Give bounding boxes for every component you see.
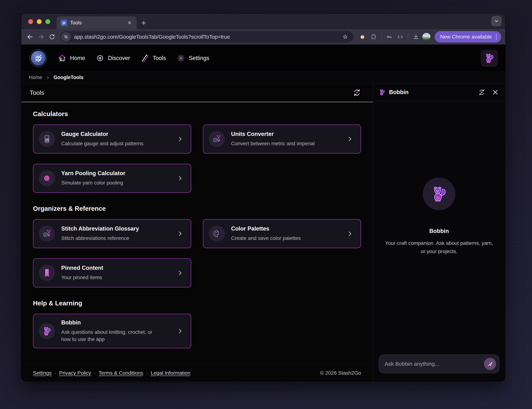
content-area: Tools Calculators bbox=[21, 84, 505, 381]
card-gauge-calculator[interactable]: Gauge Calculator Calculate gauge and adj… bbox=[33, 125, 191, 154]
nav-item-tools[interactable]: Tools bbox=[141, 54, 166, 62]
card-title: Yarn Pooling Calculator bbox=[61, 170, 170, 177]
zoom-window-button[interactable] bbox=[46, 19, 50, 24]
chevron-right-icon bbox=[176, 327, 184, 335]
card-subtitle: Create and save color palettes bbox=[231, 235, 340, 242]
bobbin-mascot-button[interactable] bbox=[481, 49, 498, 67]
nav-item-discover[interactable]: Discover bbox=[96, 54, 130, 62]
card-color-palettes[interactable]: Color Palettes Create and save color pal… bbox=[203, 219, 361, 248]
page-title: Tools bbox=[30, 89, 44, 96]
bobbin-about-text: Your craft companion. Ask about patterns… bbox=[384, 239, 494, 256]
browser-tab-tools[interactable]: Tools bbox=[56, 16, 137, 29]
gear-icon bbox=[177, 54, 185, 62]
extensions-puzzle-icon[interactable] bbox=[369, 32, 378, 42]
back-button[interactable] bbox=[25, 32, 35, 42]
card-yarn-pooling-calculator[interactable]: Yarn Pooling Calculator Simulate yarn co… bbox=[33, 164, 191, 193]
chevron-right-icon bbox=[346, 230, 354, 237]
toolbar-separator bbox=[408, 33, 408, 40]
card-pinned-content[interactable]: Pinned Content Your pinned items bbox=[33, 258, 191, 288]
measuring-tools-icon bbox=[209, 131, 225, 147]
bobbin-about-title: Bobbin bbox=[429, 228, 449, 234]
card-text: Bobbin Ask questions about knitting, cro… bbox=[61, 319, 170, 343]
card-text: Pinned Content Your pinned items bbox=[61, 265, 170, 281]
ask-bobbin-input[interactable]: Ask Bobbin anything... bbox=[378, 354, 500, 374]
chevron-right-icon bbox=[176, 269, 184, 277]
card-bobbin[interactable]: Bobbin Ask questions about knitting, cro… bbox=[33, 314, 191, 348]
card-subtitle: Stitch abbreviations reference bbox=[61, 235, 170, 242]
nav-label-discover: Discover bbox=[108, 55, 130, 61]
nav-item-settings[interactable]: Settings bbox=[177, 54, 209, 62]
ask-input-placeholder: Ask Bobbin anything... bbox=[385, 361, 484, 367]
downloads-icon[interactable] bbox=[411, 32, 421, 42]
url-bar[interactable]: app.stash2go.com/GoogleToolsTab/GoogleTo… bbox=[60, 31, 354, 43]
app-content: Home Discover bbox=[21, 45, 505, 381]
bobbin-avatar bbox=[423, 177, 455, 210]
refresh-icon[interactable] bbox=[352, 87, 362, 98]
tools-panel-header: Tools bbox=[21, 84, 373, 102]
measuring-tools-icon bbox=[39, 226, 55, 242]
card-subtitle: Ask questions about knitting, crochet, o… bbox=[61, 328, 160, 343]
send-button[interactable] bbox=[484, 358, 496, 370]
chevron-right-icon bbox=[176, 175, 184, 182]
footer-separator: · bbox=[94, 370, 96, 376]
url-text: app.stash2go.com/GoogleToolsTab/GoogleTo… bbox=[74, 34, 337, 40]
footer-link-privacy-policy[interactable]: Privacy Policy bbox=[59, 370, 91, 376]
extension-avatar-icon[interactable] bbox=[358, 32, 367, 42]
card-stitch-abbreviation-glossary[interactable]: Stitch Abbreviation Glossary Stitch abbr… bbox=[33, 219, 191, 248]
squirrel-icon bbox=[484, 52, 495, 64]
card-units-converter[interactable]: Units Converter Convert between metric a… bbox=[203, 125, 361, 154]
section-heading-organizers: Organizers & Reference bbox=[33, 205, 361, 212]
site-info-icon[interactable] bbox=[61, 32, 71, 42]
chevron-right-icon bbox=[176, 135, 184, 143]
bookmark-icon bbox=[39, 265, 55, 281]
chevron-right-icon bbox=[46, 75, 50, 80]
footer-link-legal-information[interactable]: Legal Information bbox=[151, 370, 190, 376]
footer-link-terms-conditions[interactable]: Terms & Conditions bbox=[99, 370, 143, 376]
reload-button[interactable] bbox=[47, 32, 57, 42]
close-window-button[interactable] bbox=[28, 19, 33, 24]
bookmark-star-icon[interactable] bbox=[340, 32, 350, 42]
footer-links: Settings · Privacy Policy · Terms & Cond… bbox=[33, 370, 191, 376]
card-subtitle: Your pinned items bbox=[61, 274, 170, 281]
card-text: Stitch Abbreviation Glossary Stitch abbr… bbox=[61, 225, 170, 242]
minimize-window-button[interactable] bbox=[37, 19, 42, 24]
yarn-ball-icon bbox=[39, 170, 55, 186]
password-key-icon[interactable] bbox=[385, 32, 394, 42]
chrome-update-label: New Chrome available bbox=[440, 34, 492, 40]
chrome-update-button[interactable]: New Chrome available bbox=[435, 31, 501, 43]
profile-avatar[interactable] bbox=[422, 33, 431, 41]
devtools-code-icon[interactable] bbox=[395, 32, 405, 42]
browser-toolbar: app.stash2go.com/GoogleToolsTab/GoogleTo… bbox=[21, 29, 505, 45]
nav-item-home[interactable]: Home bbox=[58, 54, 85, 62]
breadcrumb-home-link[interactable]: Home bbox=[29, 75, 42, 80]
tab-search-chevron-button[interactable] bbox=[491, 16, 502, 26]
footer-separator: · bbox=[55, 370, 56, 376]
compass-icon bbox=[96, 54, 104, 62]
browser-menu-icon[interactable] bbox=[495, 35, 498, 39]
tab-strip: Tools bbox=[21, 14, 505, 29]
organizers-card-grid: Stitch Abbreviation Glossary Stitch abbr… bbox=[33, 219, 361, 288]
help-card-grid: Bobbin Ask questions about knitting, cro… bbox=[33, 314, 361, 348]
card-subtitle: Calculate gauge and adjust patterns bbox=[61, 140, 170, 147]
breadcrumb-current: GoogleTools bbox=[54, 75, 83, 80]
chevron-right-icon bbox=[176, 230, 184, 237]
card-text: Yarn Pooling Calculator Simulate yarn co… bbox=[61, 170, 170, 186]
new-tab-button[interactable] bbox=[139, 19, 148, 27]
card-subtitle: Simulate yarn color pooling bbox=[61, 179, 170, 186]
app-logo[interactable] bbox=[29, 49, 47, 67]
tab-close-icon[interactable] bbox=[127, 20, 133, 26]
copyright-text: © 2026 Stash2Go bbox=[320, 370, 361, 376]
nav-label-settings: Settings bbox=[189, 55, 209, 61]
tab-favicon-yarn-icon bbox=[61, 19, 67, 26]
tools-main-column: Tools Calculators bbox=[21, 84, 373, 381]
bobbin-panel-footer: Ask Bobbin anything... bbox=[373, 354, 505, 381]
card-title: Bobbin bbox=[61, 319, 170, 326]
calculators-card-grid: Gauge Calculator Calculate gauge and adj… bbox=[33, 125, 361, 193]
forward-button[interactable] bbox=[36, 32, 46, 42]
tools-list: Calculators bbox=[21, 102, 373, 364]
footer-separator: · bbox=[146, 370, 148, 376]
card-title: Stitch Abbreviation Glossary bbox=[61, 225, 170, 232]
toolbar-separator bbox=[381, 33, 382, 40]
nav-label-tools: Tools bbox=[153, 55, 166, 61]
footer-link-settings[interactable]: Settings bbox=[33, 370, 52, 376]
